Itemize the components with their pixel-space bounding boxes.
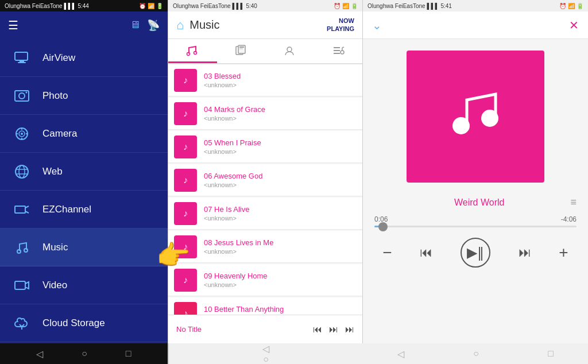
- song-artist: <unknown>: [204, 215, 357, 222]
- menu-icon[interactable]: ≡: [570, 196, 577, 208]
- hamburger-icon[interactable]: ☰: [8, 18, 18, 32]
- music-label: Music: [42, 242, 68, 253]
- cast-icon[interactable]: 📡: [147, 19, 160, 32]
- back-icon[interactable]: ◁: [36, 348, 43, 359]
- sidebar-item-camera[interactable]: Camera: [0, 115, 168, 153]
- play-pause-button[interactable]: ▶‖: [461, 238, 490, 268]
- nav-bottom-bar: ◁ ○ □: [0, 343, 168, 364]
- song-info: 06 Awesome God <unknown>: [204, 172, 357, 188]
- song-title: 03 Blessed: [204, 72, 357, 80]
- status-bar-nav: Olunghwa FeiEasTone ▌▌▌ 5:44 ⏰ 📶 🔋: [0, 0, 168, 11]
- svg-point-35: [341, 51, 344, 54]
- photo-icon: [11, 86, 32, 106]
- recents-icon[interactable]: □: [126, 348, 131, 359]
- close-icon[interactable]: ✕: [569, 18, 579, 32]
- music-list: ♪ 03 Blessed <unknown> ♪ 04 Marks of Gra…: [168, 64, 362, 315]
- svg-point-4: [19, 93, 25, 99]
- status-left-player: Olunghwa FeiEasTone ▌▌▌ 5:41: [368, 3, 452, 9]
- status-left-music: Olunghwa FeiEasTone ▌▌▌ 5:40: [173, 3, 257, 9]
- recents-icon-player[interactable]: □: [548, 348, 554, 359]
- tab-songs[interactable]: [168, 39, 217, 63]
- status-left: Olunghwa FeiEasTone ▌▌▌ 5:44: [5, 3, 89, 9]
- progress-track[interactable]: [374, 226, 577, 227]
- volume-up-button[interactable]: +: [559, 243, 568, 262]
- play-next-button[interactable]: ⏭: [329, 324, 338, 335]
- home-nav-icon[interactable]: ○: [82, 348, 87, 359]
- svg-point-21: [24, 249, 28, 252]
- ezchannel-icon: [11, 199, 32, 220]
- prev-track-button[interactable]: ⏮: [420, 245, 432, 260]
- note-icon: ♪: [183, 75, 188, 86]
- photo-label: Photo: [42, 90, 68, 102]
- home-icon[interactable]: ⌂: [176, 18, 184, 33]
- camera-label: Camera: [42, 128, 77, 140]
- music-title-area: ⌂ Music: [176, 18, 220, 33]
- sidebar-item-photo[interactable]: Photo: [0, 77, 168, 115]
- home-nav-icon-music[interactable]: ○: [263, 354, 269, 364]
- next-button[interactable]: ⏭: [345, 324, 354, 335]
- video-icon: [11, 275, 32, 296]
- song-thumb: ♪: [174, 302, 197, 315]
- sidebar-item-video[interactable]: Video: [0, 266, 168, 304]
- chevron-down-icon[interactable]: ⌄: [372, 18, 382, 32]
- svg-point-14: [19, 165, 25, 178]
- svg-point-5: [26, 91, 28, 93]
- song-title: 08 Jesus Lives in Me: [204, 238, 357, 247]
- tab-artists[interactable]: [265, 39, 314, 63]
- prev-button[interactable]: ⏮: [313, 324, 322, 335]
- song-thumb: ♪: [174, 135, 197, 158]
- home-nav-icon-player[interactable]: ○: [473, 348, 479, 359]
- song-title: 06 Awesome God: [204, 172, 357, 180]
- list-item[interactable]: ♪ 09 Heavenly Home <unknown>: [168, 264, 362, 296]
- back-icon-player[interactable]: ◁: [397, 348, 404, 359]
- svg-point-8: [21, 133, 23, 135]
- volume-down-button[interactable]: −: [382, 243, 392, 262]
- note-icon: ♪: [183, 275, 188, 285]
- song-artist: <unknown>: [204, 248, 357, 255]
- tab-playlist[interactable]: [314, 39, 363, 63]
- next-track-button[interactable]: ⏭: [519, 245, 531, 260]
- tab-albums[interactable]: [217, 39, 266, 63]
- svg-rect-17: [15, 206, 25, 213]
- song-info: 03 Blessed <unknown>: [204, 72, 357, 88]
- svg-rect-30: [239, 48, 243, 49]
- now-label: NOW: [327, 17, 354, 25]
- time-total: -4:06: [561, 215, 577, 223]
- sidebar-item-music[interactable]: Music 👉: [0, 229, 168, 266]
- screen-icon[interactable]: 🖥: [130, 19, 140, 32]
- sidebar-item-web[interactable]: Web: [0, 153, 168, 191]
- list-item[interactable]: ♪ 10 Better Than Anything <unknown>: [168, 297, 362, 315]
- svg-point-38: [452, 117, 470, 134]
- song-info: 09 Heavenly Home <unknown>: [204, 272, 357, 288]
- now-playing-badge[interactable]: NOW PLAYING: [327, 17, 354, 32]
- nav-top-bar: ☰ 🖥 📡: [0, 11, 168, 39]
- svg-point-26: [194, 51, 197, 54]
- album-art-container: [363, 39, 588, 194]
- svg-rect-2: [18, 62, 26, 63]
- web-icon: [11, 161, 32, 182]
- list-item[interactable]: ♪ 06 Awesome God <unknown>: [168, 164, 362, 196]
- list-item[interactable]: ♪ 08 Jesus Lives in Me <unknown>: [168, 231, 362, 263]
- back-icon-music[interactable]: ◁: [262, 343, 269, 354]
- cloud-storage-label: Cloud Storage: [42, 317, 105, 329]
- note-icon: ♪: [183, 308, 188, 315]
- sidebar-item-ezchannel[interactable]: EZChannel: [0, 191, 168, 229]
- list-item[interactable]: ♪ 04 Marks of Grace <unknown>: [168, 98, 362, 130]
- music-note-icon: [441, 77, 510, 157]
- svg-point-13: [16, 165, 28, 178]
- progress-thumb[interactable]: [378, 222, 388, 231]
- list-item[interactable]: ♪ 07 He Is Alive <unknown>: [168, 198, 362, 230]
- song-info: 07 He Is Alive <unknown>: [204, 205, 357, 222]
- airview-label: AirView: [42, 52, 75, 64]
- music-bottom-bar: No Title ⏮ ⏭ ⏭: [168, 315, 362, 343]
- song-info: 08 Jesus Lives in Me <unknown>: [204, 238, 357, 255]
- list-item[interactable]: ♪ 03 Blessed <unknown>: [168, 64, 362, 96]
- music-panel: Olunghwa FeiEasTone ▌▌▌ 5:40 ⏰ 📶 🔋 ⌂ Mus…: [168, 0, 363, 364]
- song-info: 05 When I Praise <unknown>: [204, 138, 357, 155]
- sidebar-item-cloud-storage[interactable]: Cloud Storage: [0, 304, 168, 342]
- sidebar-item-airview[interactable]: AirView: [0, 39, 168, 77]
- playback-controls: ⏮ ⏭ ⏭: [313, 324, 354, 335]
- list-item[interactable]: ♪ 05 When I Praise <unknown>: [168, 131, 362, 163]
- song-title: 07 He Is Alive: [204, 205, 357, 214]
- status-bar-music: Olunghwa FeiEasTone ▌▌▌ 5:40 ⏰ 📶 🔋: [168, 0, 362, 11]
